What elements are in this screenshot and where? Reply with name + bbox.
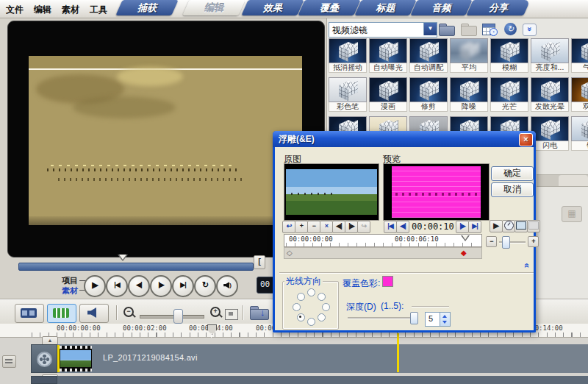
ok-button[interactable]: 确定 bbox=[491, 166, 534, 181]
storyboard-view-button[interactable] bbox=[15, 304, 44, 323]
filter-item[interactable]: 气泡 bbox=[571, 38, 588, 73]
tab-share[interactable]: 分享 bbox=[466, 0, 530, 15]
filter-item[interactable]: 修剪 bbox=[409, 77, 448, 112]
keyframe-diamond[interactable]: ◆ bbox=[461, 248, 467, 257]
filter-item-lens-flare[interactable]: 镜 bbox=[571, 116, 588, 151]
remove-keyframe-icon[interactable]: − bbox=[307, 221, 320, 233]
menu-file[interactable]: 文件 bbox=[6, 4, 24, 16]
depth-spinbox[interactable]: 5 bbox=[425, 312, 451, 327]
light-dir-nw[interactable] bbox=[297, 293, 305, 301]
filter-item[interactable]: 抵消摇动 bbox=[329, 38, 367, 73]
timeline-clip[interactable]: LP_20171219084154.avi bbox=[57, 344, 399, 373]
chevron-down-icon[interactable]: ▼ bbox=[423, 23, 437, 35]
dialog-prev-frame-icon[interactable]: ◀| bbox=[396, 221, 409, 233]
prev-keyframe-icon[interactable]: ◀| bbox=[332, 221, 345, 233]
light-dir-w[interactable] bbox=[293, 303, 301, 311]
overlay-track[interactable] bbox=[57, 376, 588, 384]
light-direction-label: 光线方向 bbox=[284, 275, 323, 288]
filter-item[interactable]: 光芒 bbox=[490, 77, 528, 112]
depth-slider[interactable] bbox=[348, 317, 417, 319]
dialog-zoom-thumb[interactable] bbox=[502, 236, 510, 249]
dialog-go-start-icon[interactable]: |◀ bbox=[384, 221, 397, 233]
dialog-next-frame-icon[interactable]: |▶ bbox=[456, 221, 469, 233]
video-track-header[interactable] bbox=[31, 344, 57, 373]
overlay-color-swatch[interactable] bbox=[382, 276, 393, 287]
playback-mode-icon[interactable]: ↻ bbox=[504, 22, 520, 35]
tab-edit[interactable]: 编辑 bbox=[182, 0, 245, 15]
light-dir-s[interactable] bbox=[307, 318, 315, 326]
overlay-track-header[interactable] bbox=[31, 376, 57, 384]
trim-marker[interactable] bbox=[118, 255, 129, 263]
next-keyframe-icon[interactable]: |▶ bbox=[345, 221, 358, 233]
go-end-button[interactable]: ▶| bbox=[172, 275, 194, 297]
track-manager-icon[interactable] bbox=[2, 355, 16, 368]
dialog-trim-ruler[interactable]: 00:00:00:00 00:00:06:10 bbox=[284, 234, 482, 247]
fit-project-icon[interactable] bbox=[225, 309, 238, 320]
filter-item[interactable]: 双色 bbox=[571, 77, 588, 112]
cancel-button[interactable]: 取消 bbox=[491, 182, 534, 197]
open-folder-icon[interactable] bbox=[439, 22, 455, 35]
trim-start-diamond[interactable]: ◇ bbox=[287, 248, 293, 257]
close-icon[interactable]: × bbox=[519, 133, 533, 146]
preview-on-device-icon[interactable] bbox=[514, 220, 528, 232]
filter-item[interactable]: 平均 bbox=[450, 38, 488, 73]
dialog-keyframe-strip[interactable]: ◇ ◆ bbox=[284, 247, 482, 259]
tab-overlay[interactable]: 覆叠 bbox=[298, 0, 360, 15]
tab-title[interactable]: 标题 bbox=[354, 0, 416, 15]
jog-bar[interactable] bbox=[18, 263, 254, 271]
tab-effect[interactable]: 效果 bbox=[241, 0, 304, 15]
filter-item[interactable]: 降噪 bbox=[450, 77, 488, 112]
reverse-keyframes-icon[interactable]: × bbox=[320, 221, 333, 233]
audio-view-button[interactable] bbox=[79, 304, 109, 323]
menu-edit[interactable]: 编辑 bbox=[34, 4, 51, 16]
dialog-collapse-icon[interactable]: » bbox=[524, 260, 529, 271]
repeat-button[interactable]: ↻ bbox=[194, 275, 216, 297]
dialog-zoom-in-icon[interactable]: + bbox=[528, 236, 539, 247]
light-dir-e[interactable] bbox=[322, 303, 330, 311]
menu-clip[interactable]: 素材 bbox=[62, 4, 79, 16]
zoom-out-icon[interactable]: − bbox=[123, 307, 137, 320]
prev-frame-button[interactable]: ◀| bbox=[128, 275, 150, 297]
filter-item[interactable]: 自动曝光 bbox=[369, 38, 407, 73]
dialog-go-end-icon[interactable]: ▶| bbox=[468, 221, 481, 233]
dialog-titlebar[interactable]: 浮雕(&E) × bbox=[273, 131, 536, 147]
tab-audio[interactable]: 音频 bbox=[410, 0, 472, 15]
light-dir-n[interactable] bbox=[307, 288, 315, 296]
mode-clip-label[interactable]: 素材 bbox=[62, 285, 78, 296]
options-panel-icon[interactable]: • bbox=[482, 22, 500, 35]
gallery-collapse-icon[interactable]: » bbox=[523, 24, 537, 36]
play-button[interactable]: ▶ bbox=[84, 275, 106, 297]
light-dir-sw[interactable] bbox=[297, 313, 305, 321]
add-keyframe-icon[interactable]: + bbox=[295, 221, 308, 233]
zoom-in-icon[interactable]: + bbox=[210, 307, 223, 320]
depth-slider-thumb[interactable] bbox=[410, 312, 418, 324]
dialog-play-icon[interactable]: ▶ bbox=[490, 220, 503, 232]
light-dir-ne[interactable] bbox=[318, 293, 326, 301]
mode-project-label[interactable]: 项目 bbox=[62, 275, 78, 286]
mark-in-button[interactable]: [ bbox=[254, 255, 265, 269]
filter-item-lightning[interactable]: 闪电 bbox=[531, 116, 569, 151]
ruler-label: 00:00:02:00 bbox=[123, 324, 167, 332]
spinner-buttons[interactable] bbox=[440, 313, 450, 326]
go-start-button[interactable]: |◀ bbox=[106, 275, 128, 297]
undo-keyframe-icon[interactable]: ↩ bbox=[282, 221, 295, 233]
timeline-view-button[interactable] bbox=[47, 304, 76, 323]
filter-item[interactable]: 自动调配 bbox=[409, 38, 448, 73]
filter-item[interactable]: 亮度和... bbox=[531, 38, 569, 73]
filter-item[interactable]: 漫画 bbox=[369, 77, 407, 112]
filter-item[interactable]: 彩色笔 bbox=[329, 77, 367, 112]
filter-item[interactable]: 发散光晕 bbox=[531, 77, 569, 112]
filter-item[interactable]: 模糊 bbox=[490, 38, 528, 73]
video-track[interactable]: LP_20171219084154.avi bbox=[57, 344, 588, 373]
timeline-zoom-slider[interactable] bbox=[140, 315, 204, 319]
timeline-zoom-thumb[interactable] bbox=[173, 309, 183, 324]
playback-speed-icon[interactable] bbox=[502, 220, 515, 232]
insert-media-icon[interactable]: ↓ bbox=[250, 305, 270, 320]
next-frame-button[interactable]: |▶ bbox=[150, 275, 172, 297]
gallery-category-dropdown[interactable]: 视频滤镜 ▼ bbox=[329, 22, 437, 38]
menu-tools[interactable]: 工具 bbox=[90, 4, 107, 16]
system-volume-button[interactable]: ) bbox=[216, 275, 238, 297]
dialog-zoom-out-icon[interactable]: − bbox=[486, 236, 497, 247]
tab-capture[interactable]: 捕获 bbox=[115, 0, 178, 15]
light-dir-se[interactable] bbox=[318, 313, 326, 321]
